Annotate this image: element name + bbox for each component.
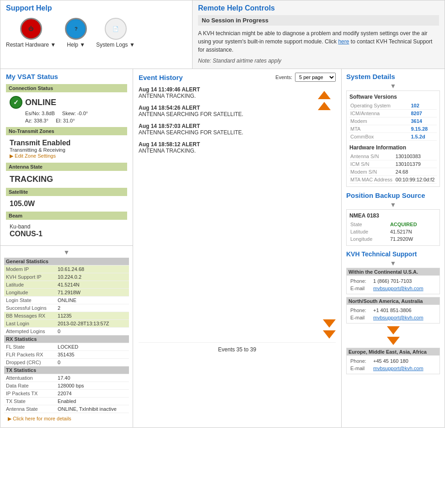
es-no: Es/No: 3.8dB <box>25 111 55 116</box>
mta-mac-value: 00:10:99:12:0d:f2 <box>395 176 437 184</box>
bb-messages-row: BB Messages RX 11235 <box>4 312 129 320</box>
left-panel: My VSAT Status Connection Status ✓ ONLIN… <box>0 69 133 427</box>
event-title-1: Aug 14 11:49:46 ALERT <box>139 86 313 93</box>
events-nav-bottom <box>323 319 336 339</box>
events-prev-page-button[interactable] <box>318 102 331 110</box>
usa-phone-value: 1 (866) 701-7103 <box>372 277 437 285</box>
kvh-support-arrow[interactable]: ▼ <box>346 260 440 267</box>
region-americas-header: North/South America, Australia <box>347 297 440 305</box>
longitude-label: Longitude <box>4 289 56 297</box>
events-footer: Events 35 to 39 <box>139 342 336 353</box>
event-desc-1: ANTENNA TRACKING. <box>139 93 313 99</box>
tx-stats-header: TX Statistics <box>4 366 129 374</box>
vsat-status-section: My VSAT Status Connection Status ✓ ONLIN… <box>0 69 133 245</box>
europe-email-link[interactable]: mvbsupport@kvh.com <box>373 366 424 371</box>
modem-ip-row: Modem IP 10.61.24.68 <box>4 265 129 273</box>
antenna-state-stats-label: Antenna State <box>4 405 56 413</box>
system-details-title: System Details <box>346 73 440 80</box>
events-next-page-button[interactable] <box>323 319 336 328</box>
americas-email-link[interactable]: mvbsupport@kvh.com <box>373 315 424 320</box>
online-status: ✓ ONLINE <box>10 96 123 109</box>
ip-packets-tx-value: 22074 <box>56 390 129 398</box>
beam-name: CONUS-1 <box>10 230 123 238</box>
europe-email-row: E-mail mvbsupport@kvh.com <box>349 365 437 372</box>
logs-icon: 📄 <box>105 18 127 40</box>
lon-value: 71.2920W <box>389 235 437 243</box>
state-label: State <box>349 221 389 228</box>
system-logs-button[interactable]: 📄 System Logs ▼ <box>96 18 135 48</box>
icm-sn-label: ICM S/N <box>349 160 395 168</box>
remote-help-description: A KVH technician might be able to diagno… <box>198 29 439 54</box>
system-details-arrow[interactable]: ▼ <box>346 82 440 90</box>
modem-value: 3614 <box>410 117 437 125</box>
event-item-4: Aug 14 18:58:12 ALERT ANTENNA TRACKING. <box>139 141 313 154</box>
event-item-2: Aug 14 18:54:26 ALERT ANTENNA SEARCHING … <box>139 105 313 117</box>
middle-panel: Event History Events: 5 per page10 per p… <box>133 69 342 427</box>
os-row: Operating System 102 <box>349 102 437 110</box>
icm-value: 8207 <box>410 110 437 117</box>
restart-hardware-label: Restart Hardware ▼ <box>6 42 56 48</box>
flr-packets-label: FLR Packets RX <box>4 351 56 359</box>
region-europe-header: Europe, Middle East, Asia, Africa <box>347 348 440 355</box>
usa-email-link[interactable]: mvbsupport@kvh.com <box>373 286 424 291</box>
antenna-state-stats-row: Antenna State ONLINE, TxInhibit inactive <box>4 405 129 413</box>
help-button[interactable]: ? Help ▼ <box>65 18 87 48</box>
commbox-value: 1.5.2d <box>410 133 437 141</box>
stats-panel: ▼ General Statistics Modem IP 10.61.24.6… <box>0 245 133 427</box>
right-nav-down2-button[interactable] <box>387 337 400 345</box>
region-americas-box: North/South America, Australia Phone: +1… <box>346 297 440 324</box>
antenna-state-stats-value: ONLINE, TxInhibit inactive <box>56 405 129 413</box>
americas-phone-label: Phone: <box>349 307 372 314</box>
bb-messages-value: 11235 <box>56 312 129 320</box>
status-text: ONLINE <box>25 98 56 107</box>
events-nav-bottom-container <box>139 319 336 339</box>
events-per-page-select[interactable]: 5 per page10 per page25 per page <box>295 73 336 82</box>
mta-mac-label: MTA MAC Address <box>349 176 395 184</box>
remote-help-link[interactable]: here <box>338 38 349 45</box>
icm-row: ICM/Antenna 8207 <box>349 110 437 117</box>
longitude-value: 71.2918W <box>56 289 129 297</box>
europe-phone-value: +45 45 160 180 <box>372 357 437 365</box>
click-details-link[interactable]: ▶ Click here for more details <box>4 413 129 424</box>
events-last-page-button[interactable] <box>323 330 336 339</box>
lon-label: Longitude <box>349 235 389 243</box>
skew: Skew: -0.0° <box>62 111 88 116</box>
attenuation-value: 17.40 <box>56 374 129 382</box>
longitude-row: Longitude 71.2918W <box>4 289 129 297</box>
antenna-sn-label: Antenna S/N <box>349 153 395 160</box>
help-label: Help ▼ <box>67 42 85 48</box>
beam-content: Ku-band CONUS-1 <box>6 222 127 242</box>
modem-sn-row: Modem S/N 24.68 <box>349 168 437 176</box>
edit-zone-link[interactable]: ▶ Edit Zone Settings <box>10 153 56 159</box>
support-help-title: Support Help <box>6 4 187 12</box>
icm-sn-value: 130101379 <box>395 160 437 168</box>
satellite-content: 105.0W <box>6 198 127 212</box>
events-first-page-button[interactable] <box>318 91 331 99</box>
help-icon: ? <box>65 18 87 40</box>
main-content: My VSAT Status Connection Status ✓ ONLIN… <box>0 69 445 428</box>
right-nav-down-button[interactable] <box>387 326 400 334</box>
modem-sn-value: 24.68 <box>395 168 437 176</box>
event-desc-2: ANTENNA SEARCHING FOR SATELLITE. <box>139 111 313 117</box>
dropped-crc-value: 0 <box>56 359 129 366</box>
antenna-state-header: Antenna State <box>6 163 127 171</box>
restart-hardware-button[interactable]: ⏻ Restart Hardware ▼ <box>6 18 56 48</box>
modem-sn-label: Modem S/N <box>349 168 395 176</box>
event-item-3: Aug 14 18:57:03 ALERT ANTENNA SEARCHING … <box>139 123 313 136</box>
antenna-sn-value: 130100383 <box>395 153 437 160</box>
right-nav-bottom <box>346 326 440 345</box>
tx-state-label: TX State <box>4 398 56 405</box>
europe-phone-row: Phone: +45 45 160 180 <box>349 357 437 365</box>
successful-logins-value: 2 <box>56 304 129 312</box>
beam-sub: Ku-band <box>10 223 123 230</box>
position-backup-box: NMEA 0183 State ACQUIRED Latitude 41.521… <box>346 209 440 246</box>
collapse-arrow-icon[interactable]: ▼ <box>4 249 129 256</box>
position-backup-arrow[interactable]: ▼ <box>346 201 440 208</box>
os-value: 102 <box>410 102 437 110</box>
event-desc-3: ANTENNA SEARCHING FOR SATELLITE. <box>139 129 313 136</box>
modem-label: Modem <box>349 117 410 125</box>
dropped-crc-label: Dropped (CRC) <box>4 359 56 366</box>
signal-info-2: Az: 338.3° El: 31.0° <box>10 118 123 123</box>
beam-header: Beam <box>6 212 127 220</box>
hardware-table: Antenna S/N 130100383 ICM S/N 130101379 … <box>349 153 437 184</box>
